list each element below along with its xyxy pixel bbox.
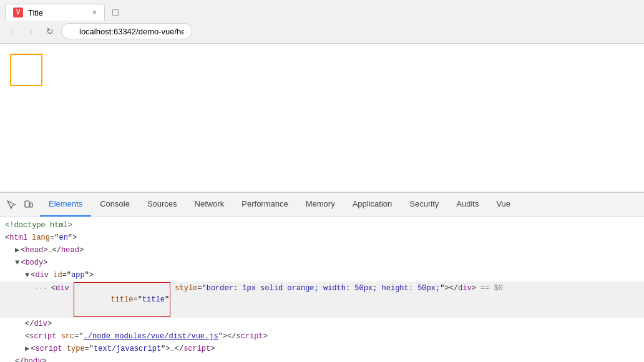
code-line: ▶ <script type="text/javascript">…</scri… [0,343,644,355]
device-toolbar-button[interactable] [20,196,37,213]
svg-rect-0 [25,201,29,207]
browser-chrome: V Title × □ ‹ › ↻ ⓘ [0,0,644,44]
code-line: </div> [0,318,644,330]
orange-box [10,54,42,86]
tab-console[interactable]: Console [91,193,139,217]
inspect-element-button[interactable] [2,196,20,213]
tab-close-button[interactable]: × [92,8,97,17]
address-input[interactable] [61,23,192,39]
tab-elements[interactable]: Elements [40,193,91,217]
code-line: </body> [0,355,644,362]
tab-audits[interactable]: Audits [447,193,487,217]
tab-bar: V Title × □ [0,0,644,21]
code-line: ▶ <head>…</head> [0,244,644,257]
code-line: ▼ <body> [0,257,644,269]
tab-performance[interactable]: Performance [233,193,296,217]
browser-tab[interactable]: V Title × [5,4,105,21]
reload-button[interactable]: ↻ [42,24,57,39]
tab-application[interactable]: Application [344,193,401,217]
new-tab-button[interactable]: □ [107,4,124,21]
svg-rect-1 [30,203,32,207]
page-content [0,44,644,192]
devtools-content: <!doctype html> <html lang="en"> ▶ <head… [0,217,644,362]
title-attr-box: title="title" [74,282,170,317]
tab-sources[interactable]: Sources [139,193,186,217]
tab-security[interactable]: Security [401,193,447,217]
devtools-panel: Elements Console Sources Network Perform… [0,192,644,362]
address-bar-row: ‹ › ↻ ⓘ [0,21,644,43]
forward-button[interactable]: › [24,24,39,39]
devtools-tabs: Elements Console Sources Network Perform… [40,193,519,217]
code-line: <!doctype html> [0,219,644,232]
tab-vue[interactable]: Vue [487,193,519,217]
devtools-toolbar: Elements Console Sources Network Perform… [0,193,644,217]
device-icon [24,200,34,210]
inspect-icon [6,200,16,210]
highlighted-code-line[interactable]: ··· <div title="title" style="border: 1p… [0,281,644,318]
code-line: <html lang="en"> [0,232,644,244]
code-line: ▼ <div id="app"> [0,269,644,281]
address-bar-wrap: ⓘ [61,23,639,39]
code-line: <script src="./node_modules/vue/dist/vue… [0,330,644,343]
tab-favicon: V [13,7,23,17]
tab-network[interactable]: Network [186,193,233,217]
tab-memory[interactable]: Memory [297,193,344,217]
tab-title: Title [28,8,43,17]
back-button[interactable]: ‹ [5,24,20,39]
